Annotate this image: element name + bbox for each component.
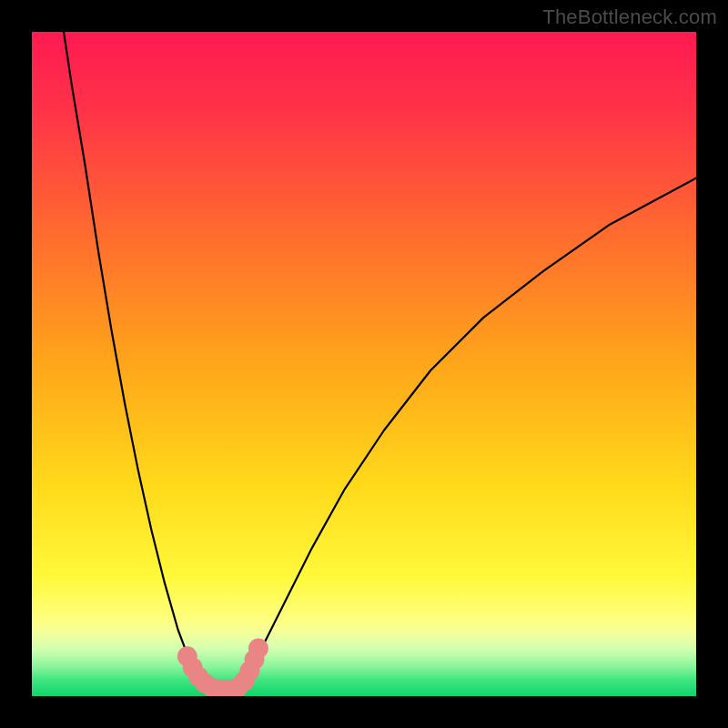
- curve-left-curve: [64, 32, 207, 686]
- chart-frame: TheBottleneck.com: [0, 0, 728, 728]
- valley-marker-11: [248, 638, 268, 658]
- chart-curves-layer: [32, 32, 696, 696]
- plot-area: [32, 32, 696, 696]
- watermark-text: TheBottleneck.com: [542, 5, 717, 29]
- curve-right-curve: [241, 178, 696, 686]
